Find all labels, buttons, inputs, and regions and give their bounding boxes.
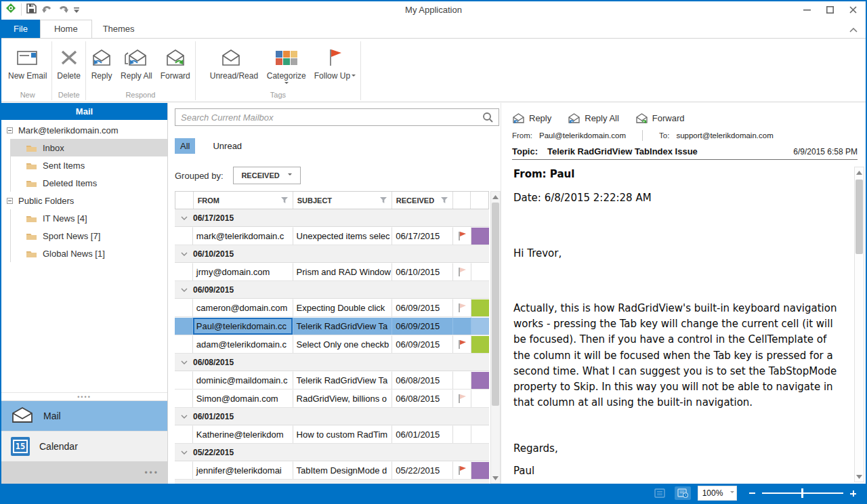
search-icon[interactable]	[482, 112, 499, 123]
cell-category[interactable]	[471, 335, 489, 353]
forward-button[interactable]: Forward	[156, 43, 194, 82]
delete-button[interactable]: Delete	[53, 43, 85, 82]
message-row[interactable]: cameron@domain.comExpecting Double click…	[175, 299, 489, 317]
scrollbar-thumb[interactable]	[492, 203, 499, 406]
search-box[interactable]	[175, 108, 499, 126]
tree-folder-item[interactable]: IT News [4]	[11, 209, 167, 227]
tab-themes[interactable]: Themes	[92, 20, 146, 38]
forward-link[interactable]: Forward	[635, 113, 685, 123]
categorize-button[interactable]: Categorize	[263, 43, 310, 87]
chevron-down-icon[interactable]	[181, 252, 188, 256]
message-row[interactable]: Paul@telerikdomain.ccTelerik RadGridView…	[175, 317, 489, 335]
cell-flag[interactable]	[453, 335, 471, 353]
flag-icon	[457, 231, 467, 241]
cell-category[interactable]	[471, 425, 489, 443]
group-header-row[interactable]: 06/17/2015	[175, 209, 489, 227]
message-row[interactable]: mark@telerikdomain.cUnexpected items sel…	[175, 227, 489, 245]
search-input[interactable]	[175, 112, 482, 123]
scroll-down-icon[interactable]	[491, 473, 500, 483]
group-header-row[interactable]: 06/08/2015	[175, 354, 489, 371]
cell-category[interactable]	[471, 299, 489, 316]
cell-received: 06/08/2015	[392, 371, 453, 389]
tab-file[interactable]: File	[1, 20, 40, 38]
message-row[interactable]: Simon@domain.comRadGridView, billions o0…	[175, 390, 489, 408]
reply-link[interactable]: Reply	[512, 113, 551, 123]
zoom-slider-thumb[interactable]	[801, 488, 803, 498]
grouped-by-dropdown[interactable]: RECEIVED	[233, 167, 301, 184]
zoom-out-icon[interactable]	[749, 492, 755, 494]
scrollbar-thumb[interactable]	[855, 180, 863, 254]
tree-root-item[interactable]: Mark@telerikdomain.com	[1, 121, 167, 139]
list-scrollbar[interactable]	[490, 191, 501, 484]
normal-view-icon[interactable]	[652, 486, 668, 500]
group-header-row[interactable]: 06/01/2015	[175, 408, 489, 425]
cell-flag[interactable]	[453, 461, 471, 479]
tree-folder-item[interactable]: Inbox	[11, 139, 167, 156]
collapse-icon[interactable]	[7, 127, 13, 133]
new-email-button[interactable]: New Email	[4, 43, 51, 82]
message-row[interactable]: jennifer@telerikdomaiTabItem DesignMode …	[175, 461, 489, 480]
cell-flag[interactable]	[453, 299, 471, 316]
tree-root-item[interactable]: Public Folders	[1, 192, 167, 209]
cell-category[interactable]	[471, 263, 489, 280]
cell-category[interactable]	[471, 227, 489, 245]
cell-flag[interactable]	[453, 317, 471, 335]
nav-item-calendar[interactable]: 15 Calendar	[1, 431, 167, 461]
chevron-down-icon[interactable]	[181, 415, 188, 419]
tree-folder-item[interactable]: Sport News [7]	[11, 227, 167, 245]
group-header-row[interactable]: 06/10/2015	[175, 245, 489, 263]
filter-tab-all[interactable]: All	[175, 138, 195, 154]
chevron-down-icon[interactable]	[181, 288, 188, 292]
cell-flag[interactable]	[453, 227, 471, 245]
chevron-down-icon[interactable]	[181, 216, 188, 220]
cell-category[interactable]	[471, 461, 489, 479]
message-row[interactable]: Katherine@telerikdomHow to custom RadTim…	[175, 425, 489, 444]
scroll-up-icon[interactable]	[491, 192, 500, 202]
group-header-row[interactable]: 06/09/2015	[175, 281, 489, 299]
message-row[interactable]: adam@telerikdomain.cSelect Only one chec…	[175, 335, 489, 354]
message-row[interactable]: dominic@maildomain.cTelerik RadGridView …	[175, 371, 489, 390]
collapse-icon[interactable]	[7, 198, 13, 204]
tree-folder-item[interactable]: Sent Items	[11, 156, 167, 174]
scroll-up-icon[interactable]	[855, 167, 864, 177]
tree-folder-item[interactable]: Global News [1]	[11, 245, 167, 262]
nav-overflow-button[interactable]: •••	[1, 461, 167, 484]
reading-view-icon[interactable]	[675, 486, 691, 500]
column-header-subject[interactable]: SUBJECT	[293, 192, 392, 209]
follow-up-button[interactable]: Follow Up	[310, 43, 360, 82]
minimize-button[interactable]	[795, 1, 818, 18]
maximize-button[interactable]	[818, 1, 841, 18]
collapse-ribbon-icon[interactable]	[849, 23, 858, 35]
nav-item-mail[interactable]: Mail	[1, 400, 167, 431]
reading-scrollbar[interactable]	[854, 167, 864, 482]
splitter-handle[interactable]: ••••	[1, 392, 167, 400]
unread-read-button[interactable]: Unread/Read	[206, 43, 256, 82]
zoom-in-icon[interactable]	[850, 490, 856, 497]
message-row[interactable]: jrmy@domain.comPrism and RAD Window06/10…	[175, 263, 489, 281]
column-header-received[interactable]: RECEIVED	[392, 192, 453, 209]
close-button[interactable]	[841, 1, 864, 18]
filter-tab-unread[interactable]: Unread	[207, 138, 247, 154]
cell-flag[interactable]	[453, 263, 471, 280]
reply-all-link[interactable]: Reply All	[568, 113, 619, 123]
cell-category[interactable]	[471, 390, 489, 407]
cell-subject: Telerik RadGridView Ta	[293, 371, 393, 389]
reply-all-button[interactable]: Reply All	[117, 43, 156, 82]
zoom-level-dropdown[interactable]: 100%	[698, 486, 737, 501]
reply-button[interactable]: Reply	[87, 43, 117, 82]
tree-folder-item[interactable]: Deleted Items	[11, 174, 167, 192]
column-header-flag[interactable]	[453, 192, 471, 209]
cell-flag[interactable]	[453, 390, 471, 407]
chevron-down-icon[interactable]	[181, 360, 188, 364]
tab-home[interactable]: Home	[40, 20, 92, 39]
cell-flag[interactable]	[453, 425, 471, 443]
cell-flag[interactable]	[453, 371, 471, 389]
column-header-from[interactable]: FROM	[194, 192, 293, 209]
column-header-category[interactable]	[471, 192, 488, 209]
group-header-row[interactable]: 05/22/2015	[175, 444, 489, 461]
scroll-down-icon[interactable]	[855, 471, 864, 482]
cell-category[interactable]	[471, 317, 489, 335]
chevron-down-icon[interactable]	[181, 450, 188, 455]
zoom-slider-track[interactable]	[762, 492, 843, 494]
cell-category[interactable]	[471, 371, 489, 389]
